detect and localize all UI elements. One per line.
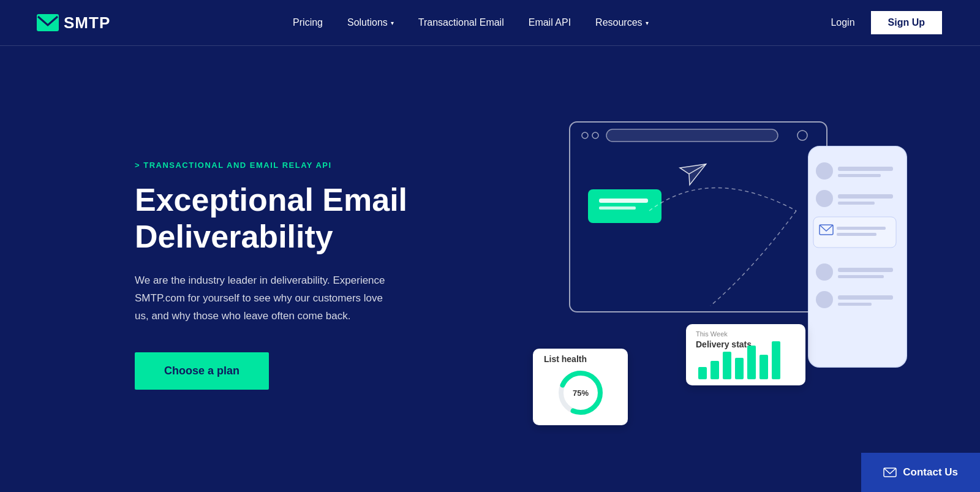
svg-text:List health: List health xyxy=(544,354,587,364)
svg-rect-25 xyxy=(599,206,636,210)
svg-rect-24 xyxy=(599,199,648,203)
svg-text:This Week: This Week xyxy=(696,330,728,338)
svg-rect-23 xyxy=(588,189,662,223)
svg-rect-9 xyxy=(838,174,881,177)
navbar-actions: Login Sign Up xyxy=(831,10,943,36)
svg-rect-30 xyxy=(710,361,719,379)
nav-pricing[interactable]: Pricing xyxy=(293,17,323,28)
hero-section: > TRANSACTIONAL AND EMAIL RELAY API Exce… xyxy=(0,46,980,492)
svg-rect-6 xyxy=(809,146,907,367)
svg-rect-31 xyxy=(723,352,731,379)
contact-us-label: Contact Us xyxy=(903,466,958,479)
svg-rect-33 xyxy=(747,346,756,379)
hero-description: We are the industry leader in deliverabi… xyxy=(135,272,398,325)
svg-text:Delivery stats: Delivery stats xyxy=(696,339,752,349)
choose-plan-button[interactable]: Choose a plan xyxy=(135,352,269,390)
svg-rect-19 xyxy=(838,275,884,278)
svg-rect-21 xyxy=(838,295,893,300)
solutions-chevron-icon: ▾ xyxy=(391,20,394,26)
logo[interactable]: SMTP xyxy=(37,13,110,32)
svg-rect-18 xyxy=(838,268,893,272)
nav-email-api[interactable]: Email API xyxy=(529,17,571,28)
logo-icon xyxy=(37,14,59,31)
navbar: SMTP Pricing Solutions ▾ Transactional E… xyxy=(0,0,980,46)
nav-resources[interactable]: Resources ▾ xyxy=(595,17,648,28)
hero-illustration: This Week Delivery stats List health 75% xyxy=(478,104,943,447)
signup-button[interactable]: Sign Up xyxy=(870,10,943,36)
svg-point-7 xyxy=(816,162,833,180)
illustration-svg: This Week Delivery stats List health 75% xyxy=(496,116,925,434)
nav-transactional-email[interactable]: Transactional Email xyxy=(418,17,504,28)
contact-envelope-icon xyxy=(883,467,897,477)
svg-rect-22 xyxy=(838,303,872,306)
svg-rect-12 xyxy=(838,202,875,205)
svg-rect-11 xyxy=(838,194,893,199)
svg-rect-34 xyxy=(760,355,768,379)
svg-rect-13 xyxy=(813,217,896,248)
svg-rect-0 xyxy=(37,14,59,31)
svg-rect-35 xyxy=(772,341,780,379)
svg-rect-15 xyxy=(837,227,886,230)
svg-point-17 xyxy=(816,263,833,281)
hero-content: > TRANSACTIONAL AND EMAIL RELAY API Exce… xyxy=(135,161,478,390)
hero-title: Exceptional Email Deliverability xyxy=(135,182,478,255)
svg-rect-4 xyxy=(606,129,778,142)
svg-point-10 xyxy=(816,190,833,207)
svg-rect-16 xyxy=(837,233,876,236)
login-button[interactable]: Login xyxy=(831,17,854,28)
resources-chevron-icon: ▾ xyxy=(646,20,649,26)
logo-text: SMTP xyxy=(64,13,110,32)
svg-rect-29 xyxy=(698,367,707,379)
svg-text:75%: 75% xyxy=(573,388,589,398)
contact-us-button[interactable]: Contact Us xyxy=(861,453,980,492)
nav-solutions[interactable]: Solutions ▾ xyxy=(347,17,394,28)
svg-point-20 xyxy=(816,291,833,308)
svg-rect-32 xyxy=(735,358,744,379)
nav-links: Pricing Solutions ▾ Transactional Email … xyxy=(293,17,648,28)
hero-tagline: > TRANSACTIONAL AND EMAIL RELAY API xyxy=(135,161,478,170)
svg-rect-8 xyxy=(838,167,893,171)
